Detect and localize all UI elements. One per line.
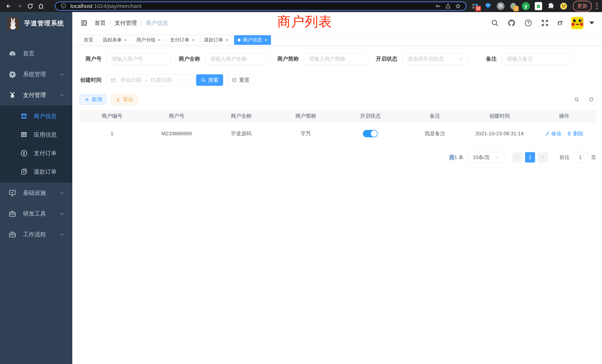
calendar-icon: [111, 77, 116, 83]
extension-recorder-icon[interactable]: 1: [509, 2, 517, 10]
total-number: 1: [454, 155, 457, 160]
tab-home[interactable]: 首页: [80, 35, 97, 45]
bookmark-star-icon[interactable]: [455, 3, 461, 9]
short-name-label: 商户简称: [277, 55, 299, 63]
edit-link[interactable]: 修改: [545, 130, 562, 137]
tab-user-group[interactable]: 用户分组×: [133, 35, 164, 45]
status-select[interactable]: [402, 53, 467, 65]
prev-page-button[interactable]: [513, 152, 523, 162]
status-toggle[interactable]: [363, 130, 378, 137]
current-page-button[interactable]: 1: [525, 152, 535, 162]
short-name-input[interactable]: [304, 53, 368, 65]
col-short-name: 商户简称: [274, 113, 338, 119]
update-button[interactable]: 更新: [573, 1, 592, 11]
next-page-button[interactable]: [538, 152, 548, 162]
sidebar-item-home[interactable]: 首页: [0, 43, 72, 64]
site-info-icon[interactable]: [60, 3, 66, 10]
date-start-placeholder[interactable]: 开始日期: [120, 76, 141, 84]
table-toolbar: 新增 导出: [72, 94, 602, 105]
search-button-label: 搜索: [208, 76, 218, 84]
delete-link[interactable]: 删除: [567, 130, 583, 137]
merchant-no-input[interactable]: [106, 53, 171, 65]
tab-label: 用户分组: [136, 37, 155, 43]
reset-button[interactable]: 重置: [227, 74, 254, 86]
search-icon[interactable]: [491, 19, 499, 27]
search-form: 商户号 商户全称 商户简称 开启状态: [72, 46, 602, 86]
remark-input[interactable]: [502, 53, 574, 65]
breadcrumb-separator: /: [140, 20, 142, 26]
refresh-button[interactable]: [586, 94, 596, 105]
home-icon[interactable]: [36, 1, 46, 11]
close-icon[interactable]: ×: [225, 37, 228, 43]
sidebar-item-pay[interactable]: 支付管理: [0, 85, 72, 106]
close-icon[interactable]: ×: [124, 37, 127, 43]
browser-menu-icon[interactable]: [595, 2, 599, 10]
url-text[interactable]: localhost:1024/pay/merchant: [70, 3, 431, 9]
extension-puzzle-icon[interactable]: [547, 2, 555, 10]
col-actions: 操作: [532, 113, 597, 119]
close-icon[interactable]: ×: [192, 37, 195, 43]
sidebar-item-devtools[interactable]: 研发工具: [0, 203, 72, 224]
logo[interactable]: 芋道管理系统: [0, 12, 72, 35]
forward-icon[interactable]: [14, 1, 25, 11]
breadcrumb-home[interactable]: 首页: [95, 19, 106, 27]
date-range-picker[interactable]: 开始日期 - 结束日期: [106, 74, 192, 86]
show-search-button[interactable]: [572, 94, 582, 105]
avatar[interactable]: [571, 17, 583, 29]
cell-full-name: 芋道源码: [209, 130, 274, 137]
sidebar-item-label: 应用信息: [34, 131, 57, 139]
font-size-icon[interactable]: tT: [558, 20, 563, 27]
sidebar-toggle-icon[interactable]: [80, 19, 88, 27]
help-icon[interactable]: [524, 19, 532, 27]
edit-link-label: 修改: [551, 130, 562, 137]
github-icon[interactable]: [507, 19, 516, 27]
sidebar-item-system[interactable]: 系统管理: [0, 64, 72, 85]
full-name-label: 商户全称: [178, 55, 200, 63]
sidebar-item-app-info[interactable]: 应用信息: [0, 126, 72, 144]
monitor-icon: [8, 189, 17, 197]
tab-merchant-info[interactable]: 商户信息×: [234, 35, 271, 45]
tab-process-form[interactable]: 流程表单×: [99, 35, 130, 45]
tab-label: 退款订单: [204, 37, 223, 43]
extension-tabs-icon[interactable]: 10: [471, 2, 480, 10]
extension-y-icon[interactable]: y: [522, 2, 530, 10]
goto-page-input[interactable]: [573, 152, 588, 162]
sidebar: 芋道管理系统 首页 系统管理: [0, 12, 72, 364]
extension-command-icon[interactable]: ⌘: [496, 2, 505, 10]
toolbox-icon: [8, 210, 17, 218]
tab-pay-order[interactable]: 支付订单×: [167, 35, 198, 45]
page-size-select[interactable]: 10条/页: [468, 152, 504, 162]
status-select-input[interactable]: [402, 53, 467, 65]
avatar-caret-icon[interactable]: [589, 21, 594, 24]
reload-icon[interactable]: [25, 1, 36, 11]
tabs-bar: 首页 流程表单× 用户分组× 支付订单× 退款订单× 商户信息×: [72, 34, 602, 46]
share-icon[interactable]: [445, 3, 451, 9]
close-icon[interactable]: ×: [158, 37, 161, 43]
tab-label: 首页: [84, 37, 93, 43]
goto-page: 前往 页: [559, 152, 596, 162]
extension-notes-icon[interactable]: [534, 2, 542, 10]
active-dot: [238, 39, 241, 42]
close-icon[interactable]: ×: [264, 37, 267, 43]
search-button[interactable]: 搜索: [196, 74, 223, 86]
tab-refund-order[interactable]: 退款订单×: [200, 35, 232, 45]
sidebar-item-workflow[interactable]: 工作流程: [0, 224, 72, 245]
breadcrumb-pay[interactable]: 支付管理: [115, 19, 137, 27]
address-bar[interactable]: localhost:1024/pay/merchant: [55, 1, 466, 11]
sidebar-item-refund-order[interactable]: 退款订单: [0, 162, 72, 181]
sidebar-item-pay-order[interactable]: 支付订单: [0, 144, 72, 162]
extension-emoji-icon[interactable]: [559, 2, 568, 10]
extension-gem-icon[interactable]: [484, 2, 492, 10]
fullscreen-icon[interactable]: [541, 19, 549, 27]
back-icon[interactable]: [3, 1, 14, 11]
table-header: 商户编号 商户号 商户全称 商户简称 开启状态 备注 创建时间 操作: [80, 110, 596, 122]
total-unit: 条: [459, 155, 463, 160]
date-end-placeholder[interactable]: 结束日期: [151, 76, 172, 84]
full-name-input[interactable]: [205, 53, 269, 65]
password-key-icon[interactable]: [435, 3, 441, 9]
export-button[interactable]: 导出: [111, 94, 138, 105]
shop-icon: [20, 113, 28, 120]
sidebar-item-merchant-info[interactable]: 商户信息: [0, 107, 72, 126]
sidebar-item-infra[interactable]: 基础设施: [0, 182, 72, 203]
add-button[interactable]: 新增: [80, 94, 107, 105]
